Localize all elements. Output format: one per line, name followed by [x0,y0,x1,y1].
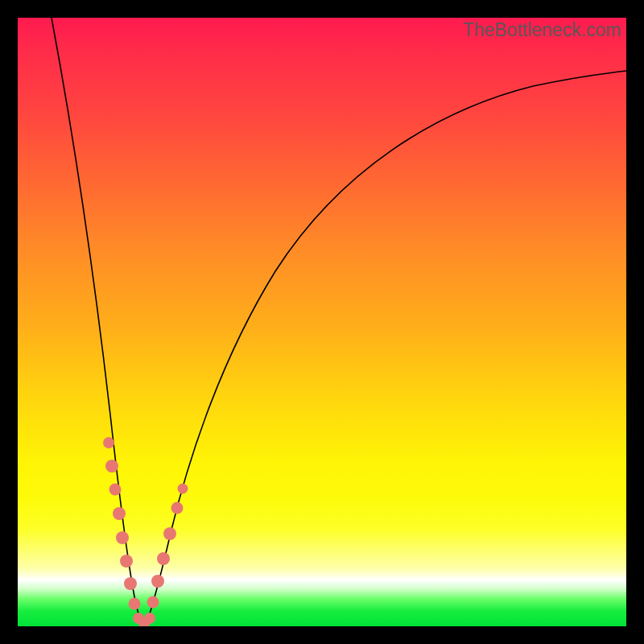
bead-icon [129,598,141,610]
bead-icon [133,613,144,624]
bead-icon [157,552,170,565]
bead-icon [178,484,188,494]
bead-icon [120,555,133,568]
watermark-text: TheBottleneck.com [463,19,621,41]
bead-icon [144,613,155,624]
bead-icon [147,597,159,609]
bead-icon [116,531,129,544]
bead-icon [105,460,118,473]
bead-icon [171,502,184,514]
bottleneck-curve [18,18,626,626]
bead-icon [109,484,122,496]
bead-icon [151,575,164,588]
bead-icon [103,437,114,448]
bead-icon [138,617,150,626]
curve-path [52,18,626,624]
bead-icon [124,577,137,590]
bead-icon [163,527,176,540]
chart-frame: TheBottleneck.com [0,0,644,644]
plot-area: TheBottleneck.com [18,18,626,626]
bead-icon [113,507,126,520]
